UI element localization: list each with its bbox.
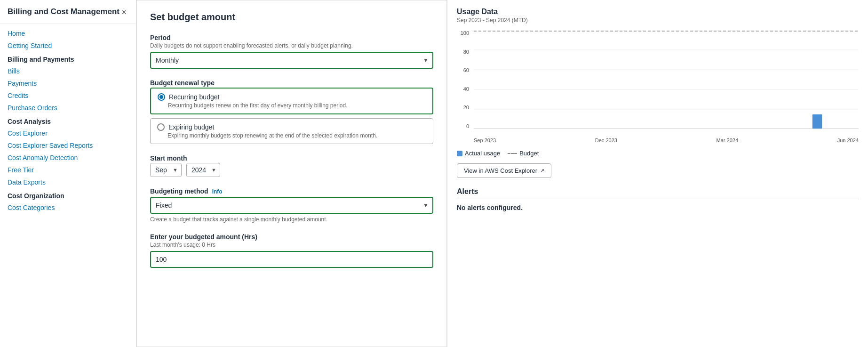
legend-budget-label: Budget <box>519 150 539 157</box>
start-month-section: Start month JanFebMarApr MayJunJulAug Se… <box>150 154 433 177</box>
recurring-desc: Recurring budgets renew on the first day… <box>168 102 426 109</box>
budgeting-method-section: Budgeting method Info Fixed Planned Auto… <box>150 187 433 223</box>
renewal-label: Budget renewal type <box>150 79 433 87</box>
legend-actual: Actual usage <box>457 150 500 157</box>
method-select-wrapper: Fixed Planned Auto-adjusting ▼ <box>150 197 433 214</box>
x-label-mar2024: Mar 2024 <box>717 137 738 143</box>
legend-budget: Budget <box>508 150 539 157</box>
legend-actual-label: Actual usage <box>465 150 500 157</box>
sidebar-close-button[interactable]: × <box>119 7 128 18</box>
legend-actual-icon <box>457 151 462 156</box>
info-badge[interactable]: Info <box>212 188 223 195</box>
budget-amount-input[interactable] <box>150 251 433 268</box>
budgeting-method-header: Budgeting method Info <box>150 187 433 196</box>
sidebar-nav: Home Getting Started Billing and Payment… <box>0 24 136 347</box>
legend-budget-icon <box>508 153 517 154</box>
y-label-100: 100 <box>461 30 469 36</box>
recurring-option[interactable]: Recurring budget Recurring budgets renew… <box>150 88 433 114</box>
expiring-radio-dot <box>157 123 165 131</box>
sidebar-item-cost-explorer[interactable]: Cost Explorer <box>0 127 136 139</box>
sidebar-section-billing: Billing and Payments <box>0 52 136 65</box>
recurring-label: Recurring budget <box>169 93 219 101</box>
external-link-icon: ↗ <box>540 168 544 174</box>
sidebar-title: Billing and Cost Management <box>8 7 119 17</box>
form-panel: Set budget amount Period Daily budgets d… <box>136 0 447 347</box>
right-panel: Usage Data Sep 2023 - Sep 2024 (MTD) 100… <box>447 0 868 347</box>
chart-y-labels: 100 80 60 40 20 0 <box>457 30 471 129</box>
sidebar-item-purchase-orders[interactable]: Purchase Orders <box>0 102 136 114</box>
y-label-40: 40 <box>463 86 469 92</box>
sidebar-header: Billing and Cost Management × <box>0 0 136 24</box>
form-title: Set budget amount <box>150 12 433 23</box>
chart-container: 100 80 60 40 20 0 <box>457 30 859 143</box>
chart-bar-sep2024 <box>812 114 822 129</box>
amount-label: Enter your budgeted amount (Hrs) <box>150 233 433 241</box>
start-month-label: Start month <box>150 154 433 162</box>
method-sublabel: Create a budget that tracks against a si… <box>150 216 433 223</box>
chart-svg <box>474 30 859 129</box>
sidebar-section-cost-analysis: Cost Analysis <box>0 114 136 127</box>
view-cost-explorer-label: View in AWS Cost Explorer <box>464 167 537 174</box>
main-content: Set budget amount Period Daily budgets d… <box>136 0 868 347</box>
period-sublabel: Daily budgets do not support enabling fo… <box>150 42 433 49</box>
month-select-wrap: JanFebMarApr MayJunJulAug SepOctNovDec ▼ <box>150 163 182 177</box>
method-select[interactable]: Fixed Planned Auto-adjusting <box>150 197 433 214</box>
no-alerts-text: No alerts configured. <box>457 204 859 211</box>
sidebar-item-cost-categories[interactable]: Cost Categories <box>0 202 136 214</box>
x-label-jun2024: Jun 2024 <box>837 137 859 143</box>
period-select-wrapper: Monthly Daily Quarterly Annually ▼ <box>150 52 433 69</box>
sidebar-item-data-exports[interactable]: Data Exports <box>0 176 136 188</box>
alerts-title: Alerts <box>457 187 859 196</box>
sidebar: Billing and Cost Management × Home Getti… <box>0 0 136 347</box>
chart-subtitle: Sep 2023 - Sep 2024 (MTD) <box>457 17 859 24</box>
sidebar-item-credits[interactable]: Credits <box>0 89 136 102</box>
recurring-radio-dot <box>158 93 165 101</box>
expiring-desc: Expiring monthly budgets stop renewing a… <box>167 132 426 139</box>
amount-sublabel: Last month's usage: 0 Hrs <box>150 242 433 248</box>
chart-title: Usage Data <box>457 8 859 16</box>
sidebar-item-cost-explorer-saved[interactable]: Cost Explorer Saved Reports <box>0 139 136 152</box>
y-label-0: 0 <box>466 123 469 129</box>
month-select[interactable]: JanFebMarApr MayJunJulAug SepOctNovDec <box>150 163 182 177</box>
x-label-dec2023: Dec 2023 <box>595 137 617 143</box>
sidebar-section-cost-org: Cost Organization <box>0 188 136 202</box>
x-label-sep2023: Sep 2023 <box>474 137 496 143</box>
year-select[interactable]: 2022202320242025 <box>186 163 220 177</box>
alerts-divider <box>457 199 859 199</box>
chart-x-labels: Sep 2023 Dec 2023 Mar 2024 Jun 2024 <box>474 130 859 143</box>
sidebar-item-getting-started[interactable]: Getting Started <box>0 40 136 52</box>
budgeting-method-label: Budgeting method <box>150 187 208 195</box>
period-label: Period <box>150 34 433 41</box>
period-section: Period Daily budgets do not support enab… <box>150 34 433 69</box>
renewal-section: Budget renewal type Recurring budget Rec… <box>150 79 433 144</box>
start-month-row: JanFebMarApr MayJunJulAug SepOctNovDec ▼… <box>150 163 433 177</box>
y-label-60: 60 <box>463 67 469 73</box>
budget-amount-section: Enter your budgeted amount (Hrs) Last mo… <box>150 233 433 268</box>
chart-legend: Actual usage Budget <box>457 150 859 157</box>
sidebar-item-free-tier[interactable]: Free Tier <box>0 164 136 176</box>
sidebar-item-home[interactable]: Home <box>0 27 136 40</box>
expiring-option[interactable]: Expiring budget Expiring monthly budgets… <box>150 118 433 144</box>
year-select-wrap: 2022202320242025 ▼ <box>186 163 220 177</box>
sidebar-item-bills[interactable]: Bills <box>0 65 136 77</box>
sidebar-item-cost-anomaly[interactable]: Cost Anomaly Detection <box>0 152 136 164</box>
sidebar-item-payments[interactable]: Payments <box>0 77 136 89</box>
renewal-radio-group: Recurring budget Recurring budgets renew… <box>150 88 433 144</box>
period-select[interactable]: Monthly Daily Quarterly Annually <box>150 52 433 69</box>
y-label-20: 20 <box>463 105 469 110</box>
view-cost-explorer-button[interactable]: View in AWS Cost Explorer ↗ <box>457 163 551 178</box>
y-label-80: 80 <box>463 49 469 55</box>
expiring-label: Expiring budget <box>168 123 214 131</box>
